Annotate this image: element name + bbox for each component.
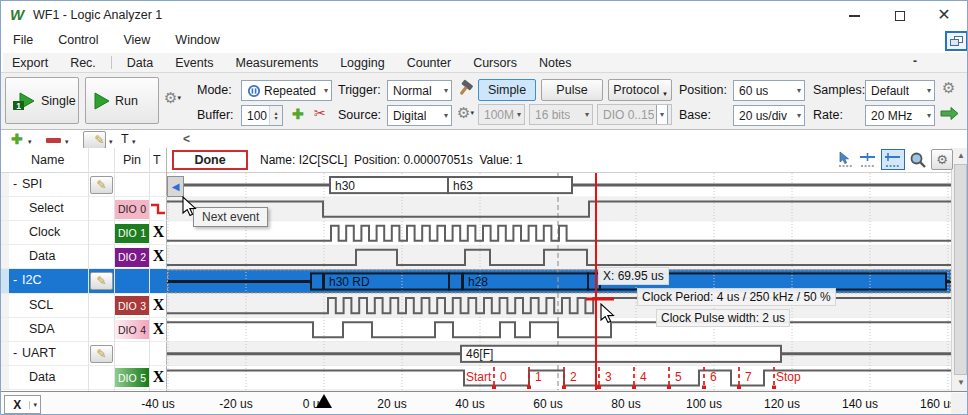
tab-events[interactable]: Events [166,55,222,71]
scroll-up-icon[interactable]: ▲ [952,148,968,164]
group-collapse-marker[interactable]: - [13,273,17,287]
edit-caret-icon[interactable]: ▾ [109,138,113,146]
pin-badge: DIO4 [115,320,149,339]
channel-row-scl-5[interactable]: SCLDIO3X [1,294,167,318]
quick-measure-horizontal-icon[interactable] [859,151,877,169]
run-button[interactable]: Run [85,77,159,124]
axis-mode-button[interactable]: X ▾ [4,395,41,414]
trigger-x-icon[interactable]: X [151,296,166,314]
pin-number: 1 [140,227,146,239]
menu-window[interactable]: Window [167,31,227,51]
close-button[interactable]: ✕ [927,1,961,29]
single-button[interactable]: 1 Single [5,77,79,124]
mode-select[interactable]: Repeated▾ [241,80,332,101]
channel-name-label: SPI [22,177,42,191]
scroll-down-icon[interactable]: ▼ [952,375,968,391]
channel-row-select-1[interactable]: SelectDIO0 [1,197,167,221]
samples-gear-icon[interactable]: ⚙ [942,81,955,95]
trigger-falling-edge-icon[interactable] [150,201,166,220]
source-select[interactable]: Digital▾ [387,105,452,126]
row-indicator [1,366,9,389]
menu-file[interactable]: File [5,31,41,51]
tab-rec[interactable]: Rec. [61,55,105,71]
minimize-button[interactable] [837,1,871,29]
channel-row-data-3[interactable]: DataDIO2X [1,245,167,269]
pointer-tool-icon[interactable] [837,151,855,169]
trigger-x-icon[interactable]: X [151,320,166,338]
plot-options-gear-button[interactable]: ⚙ [931,149,953,170]
trigger-column-button[interactable]: T [121,132,129,146]
tab-cursors[interactable]: Cursors [464,55,526,71]
trigger-x-icon[interactable]: X [151,368,166,386]
add-channel-icon[interactable]: ✚ [11,131,23,147]
dio-range-field: DIO 0..15▾ [597,104,672,125]
bit-label: 2 [570,370,577,384]
group-collapse-marker[interactable]: - [13,346,17,360]
channel-row-i2c-group[interactable]: -I2C✎ [1,269,167,293]
buffer-input[interactable]: 100 ▴▾ [241,105,283,126]
trigger-tab-pulse[interactable]: Pulse [541,79,603,101]
mode-label: Mode: [197,83,232,97]
trigger-tab-simple[interactable]: Simple [478,79,536,101]
trigger-x-icon[interactable]: X [151,223,166,241]
trigger-column-caret-icon[interactable]: ▾ [132,138,136,146]
tab-counter[interactable]: Counter [398,55,460,71]
add-buffer-icon[interactable]: ✚ [292,106,304,122]
bit-label: 1 [535,370,542,384]
group-collapse-marker[interactable]: - [13,177,17,191]
column-header-pin: Pin [123,153,141,167]
remove-channel-icon[interactable] [46,138,61,143]
menu-view[interactable]: View [115,31,158,51]
edit-channels-button[interactable]: ✎ [83,131,106,149]
tab-data[interactable]: Data [118,55,162,71]
hammer-icon[interactable] [458,78,476,98]
tab-measurements[interactable]: Measurements [226,55,327,71]
buffer-spinner[interactable]: ▴▾ [269,106,282,125]
channel-row-sda-6[interactable]: SDADIO4X [1,318,167,342]
position-select[interactable]: 60 us▾ [733,80,805,101]
vertical-scrollbar[interactable]: ▲ ▼ [951,148,968,391]
buffer-value: 100 [242,106,269,125]
edit-bus-button[interactable]: ✎ [90,345,113,363]
waveform-plot[interactable]: h30h63h30 RDh2846[F]Start01234567Stop Do… [167,148,951,391]
channel-name-label: SDA [29,322,55,336]
remove-channel-caret-icon[interactable]: ▾ [65,138,69,146]
quick-measure-both-button[interactable] [881,149,905,170]
channel-row-spi-group[interactable]: -SPI✎ [1,173,167,197]
pin-badge: DIO1 [115,224,149,243]
trigger-x-icon[interactable]: X [151,247,166,265]
zoom-magnifier-icon[interactable] [909,151,928,170]
next-event-button[interactable]: ◀ [167,176,184,197]
edit-bus-button[interactable]: ✎ [90,272,113,290]
edit-bus-button[interactable]: ✎ [90,176,113,194]
device-field: 100MH▾ [478,104,525,125]
trigger-position-marker[interactable] [316,394,332,408]
scrollbar-thumb[interactable] [954,164,967,375]
channel-row-uart-group[interactable]: -UART✎ [1,342,167,366]
maximize-button[interactable] [883,1,917,29]
export-arrow-icon[interactable] [939,106,960,121]
tab-export[interactable]: Export [3,55,57,71]
mouse-cursor-icon [600,303,615,324]
samples-select[interactable]: Default▾ [865,80,935,101]
channel-row-data-8[interactable]: DataDIO5X [1,366,167,390]
trigger-tab-protocol[interactable]: Protocol▾ [608,79,672,101]
menu-control[interactable]: Control [50,31,106,51]
acquisition-gear-icon[interactable]: ⚙▾ [164,91,181,105]
pin-name: DIO [118,372,137,384]
trigger-select[interactable]: Normal▾ [387,80,452,101]
add-channel-caret-icon[interactable]: ▾ [28,138,32,146]
float-window-button[interactable] [945,31,968,51]
base-select[interactable]: 20 us/div▾ [733,105,805,126]
tab-notes[interactable]: Notes [530,55,581,71]
source-gear-icon[interactable]: ⚙▾ [457,106,474,120]
cut-scissors-icon[interactable]: ✂ [314,105,326,121]
rate-select[interactable]: 20 MHz▾ [865,105,935,126]
collapse-tabs-dash[interactable]: - [913,54,917,68]
channel-table: Name Pin T -SPI✎SelectDIO0ClockDIO1XData… [1,148,167,391]
bit-label: Start [466,370,492,384]
tab-logging[interactable]: Logging [331,55,394,71]
collapse-panel-icon[interactable]: < [183,132,190,146]
channel-row-clock-2[interactable]: ClockDIO1X [1,221,167,245]
grid-line [88,148,89,391]
